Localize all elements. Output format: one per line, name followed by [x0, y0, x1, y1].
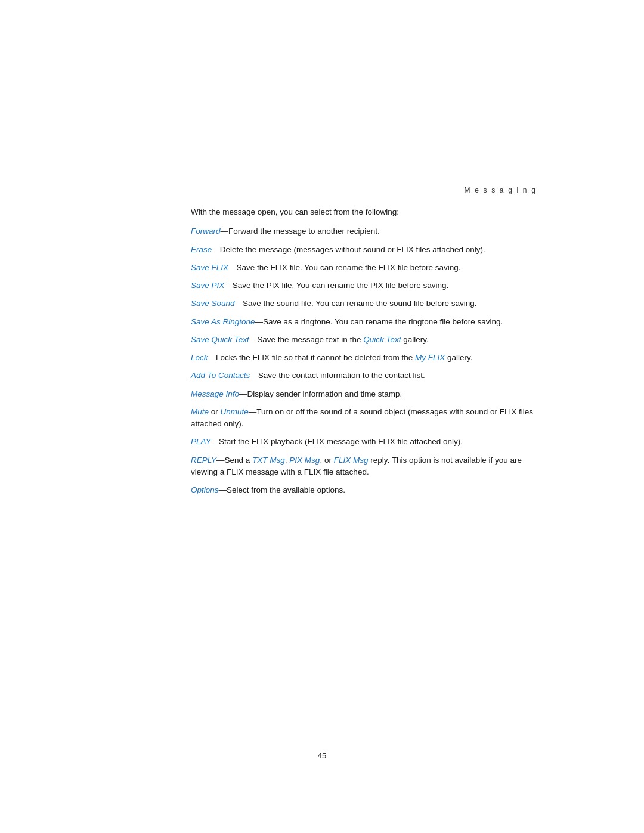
link-add-to-contacts: Add To Contacts [191, 371, 250, 380]
link-reply: REPLY [191, 456, 216, 465]
desc-reply-before: —Send a [216, 456, 252, 465]
link-pix-msg: PIX Msg [289, 456, 320, 465]
desc-lock-before: —Locks the FLIX file so that it cannot b… [208, 353, 415, 362]
page-header: M e s s a g i n g [191, 185, 537, 196]
desc-forward: —Forward the message to another recipien… [221, 227, 380, 236]
link-save-pix: Save PIX [191, 281, 224, 290]
desc-add-to-contacts: —Save the contact information to the con… [250, 371, 425, 380]
connector-or: or [209, 407, 221, 416]
section-title: M e s s a g i n g [465, 186, 537, 194]
menu-item-save-quick-text: Save Quick Text—Save the message text in… [191, 334, 537, 346]
menu-item-forward: Forward—Forward the message to another r… [191, 225, 537, 237]
link-options: Options [191, 485, 219, 494]
intro-text: With the message open, you can select fr… [191, 206, 537, 218]
desc-lock-after: gallery. [445, 353, 472, 362]
desc-erase: —Delete the message (messages without so… [212, 245, 485, 254]
link-save-sound: Save Sound [191, 299, 235, 308]
menu-item-save-pix: Save PIX—Save the PIX file. You can rena… [191, 280, 537, 292]
link-message-info: Message Info [191, 389, 239, 398]
menu-item-erase: Erase—Delete the message (messages witho… [191, 244, 537, 256]
link-txt-msg: TXT Msg [252, 456, 285, 465]
content-area: M e s s a g i n g With the message open,… [191, 185, 537, 502]
link-erase: Erase [191, 245, 212, 254]
desc-save-flix: —Save the FLIX file. You can rename the … [228, 263, 460, 272]
link-my-flix: My FLIX [415, 353, 445, 362]
link-save-quick-text: Save Quick Text [191, 335, 249, 344]
desc-save-as-ringtone: —Save as a ringtone. You can rename the … [255, 317, 503, 326]
desc-options: —Select from the available options. [219, 485, 345, 494]
desc-save-pix: —Save the PIX file. You can rename the P… [224, 281, 448, 290]
link-flix-msg: FLIX Msg [334, 456, 369, 465]
desc-save-sound: —Save the sound file. You can rename the… [235, 299, 477, 308]
menu-item-save-flix: Save FLIX—Save the FLIX file. You can re… [191, 262, 537, 274]
desc-play: —Start the FLIX playback (FLIX message w… [211, 437, 463, 446]
menu-item-reply: REPLY—Send a TXT Msg, PIX Msg, or FLIX M… [191, 454, 537, 479]
link-save-flix: Save FLIX [191, 263, 228, 272]
menu-item-play: PLAY—Start the FLIX playback (FLIX messa… [191, 436, 537, 448]
desc-save-quick-text-before: —Save the message text in the [249, 335, 363, 344]
menu-item-add-to-contacts: Add To Contacts—Save the contact informa… [191, 370, 537, 382]
link-forward: Forward [191, 227, 221, 236]
link-unmute: Unmute [221, 407, 249, 416]
link-lock: Lock [191, 353, 208, 362]
link-play: PLAY [191, 437, 211, 446]
desc-save-quick-text-after: gallery. [401, 335, 428, 344]
menu-item-save-as-ringtone: Save As Ringtone—Save as a ringtone. You… [191, 316, 537, 328]
page-container: M e s s a g i n g With the message open,… [0, 0, 644, 833]
link-save-as-ringtone: Save As Ringtone [191, 317, 255, 326]
menu-item-lock: Lock—Locks the FLIX file so that it cann… [191, 352, 537, 364]
desc-message-info: —Display sender information and time sta… [239, 389, 402, 398]
page-number: 45 [0, 750, 644, 762]
menu-item-mute-unmute: Mute or Unmute—Turn on or off the sound … [191, 406, 537, 431]
link-quick-text: Quick Text [363, 335, 401, 344]
menu-item-options: Options—Select from the available option… [191, 484, 537, 496]
link-mute: Mute [191, 407, 209, 416]
menu-item-save-sound: Save Sound—Save the sound file. You can … [191, 298, 537, 309]
desc-reply-comma2: , or [320, 456, 333, 465]
menu-item-message-info: Message Info—Display sender information … [191, 388, 537, 400]
